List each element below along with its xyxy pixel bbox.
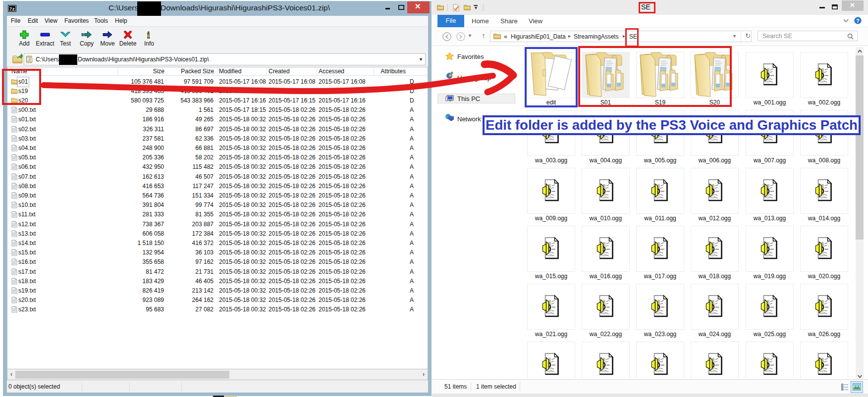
svg-text:?: ? (856, 18, 860, 24)
svg-text:7z: 7z (9, 7, 15, 12)
svg-text:i: i (147, 30, 150, 40)
